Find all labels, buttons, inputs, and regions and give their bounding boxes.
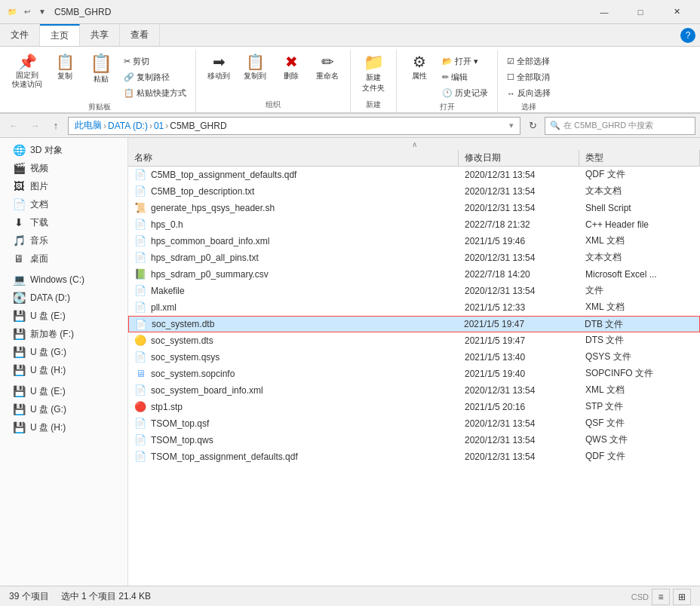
delete-button[interactable]: ✖ 删除 — [275, 53, 308, 83]
tab-share[interactable]: 共享 — [80, 24, 120, 46]
sidebar-item-music[interactable]: 🎵 音乐 — [0, 231, 127, 249]
file-date-cell: 2020/12/31 13:54 — [459, 432, 579, 448]
file-icon: 📄 — [134, 169, 146, 180]
maximize-button[interactable]: □ — [623, 0, 658, 24]
table-row[interactable]: 📄TSOM_top_assignment_defaults.qdf2020/12… — [128, 448, 700, 465]
minimize-button[interactable]: — — [587, 0, 622, 24]
file-icon: 📄 — [134, 384, 146, 396]
table-row[interactable]: 🖥soc_system.sopcinfo2021/1/5 19:40SOPCIN… — [128, 366, 700, 382]
table-row[interactable]: 🔴stp1.stp2021/1/5 20:16STP 文件 — [128, 399, 700, 415]
pin-button[interactable]: 📌 固定到快速访问 — [9, 53, 45, 90]
file-name-cell: 📄TSOM_top.qsf — [128, 415, 459, 431]
sidebar-item-3d[interactable]: 🌐 3D 对象 — [0, 141, 127, 159]
sidebar-item-f[interactable]: 💾 新加卷 (F:) — [0, 325, 127, 343]
breadcrumb-dropdown[interactable]: ▾ — [509, 121, 514, 130]
deselect-all-button[interactable]: ☐ 全部取消 — [504, 70, 554, 84]
sidebar-item-docs[interactable]: 📄 文档 — [0, 195, 127, 213]
sidebar-item-desktop[interactable]: 🖥 桌面 — [0, 249, 127, 268]
file-list-header: 名称 修改日期 类型 — [128, 150, 700, 167]
tab-home[interactable]: 主页 — [40, 24, 80, 46]
sidebar-item-c[interactable]: 💻 Windows (C:) — [0, 271, 127, 289]
open-button[interactable]: 📂 打开 ▾ — [439, 54, 491, 69]
organize-label: 组织 — [266, 98, 281, 112]
search-bar[interactable]: 🔍 在 C5MB_GHRD 中搜索 — [545, 117, 695, 135]
table-row[interactable]: 🟡soc_system.dts2021/1/5 19:47DTS 文件 — [128, 332, 700, 349]
ribbon-help-icon[interactable]: ? — [680, 28, 695, 43]
desktop-icon: 🖥 — [12, 252, 26, 265]
table-row[interactable]: 📄Makefile2020/12/31 13:54文件 — [128, 283, 700, 299]
table-row[interactable]: 📄hps_common_board_info.xml2021/1/5 19:46… — [128, 233, 700, 249]
tab-view[interactable]: 查看 — [120, 24, 160, 46]
sidebar-label-desktop: 桌面 — [30, 252, 48, 265]
forward-button[interactable]: → — [26, 117, 44, 135]
file-name-text: C5MB_top_description.txt — [151, 186, 254, 197]
back-button[interactable]: ← — [5, 117, 23, 135]
sidebar-item-h1[interactable]: 💾 U 盘 (H:) — [0, 361, 127, 379]
rename-button[interactable]: ✏ 重命名 — [311, 53, 344, 83]
table-row[interactable]: 📄soc_system.dtb2021/1/5 19:47DTB 文件 — [128, 316, 700, 332]
sidebar-item-e2[interactable]: 💾 U 盘 (E:) — [0, 382, 127, 400]
move-to-button[interactable]: ➡ 移动到 — [202, 53, 235, 83]
table-row[interactable]: 📄soc_system_board_info.xml2020/12/31 13:… — [128, 382, 700, 399]
paste-shortcut-button[interactable]: 📋 粘贴快捷方式 — [121, 86, 189, 100]
table-row[interactable]: 📄hps_sdram_p0_all_pins.txt2020/12/31 13:… — [128, 249, 700, 266]
file-name-text: hps_common_board_info.xml — [151, 236, 269, 246]
header-name[interactable]: 名称 — [128, 150, 459, 166]
table-row[interactable]: 📗hps_sdram_p0_summary.csv2022/7/18 14:20… — [128, 266, 700, 283]
table-row[interactable]: 📄hps_0.h2022/7/18 21:32C++ Header file — [128, 216, 700, 233]
invert-select-button[interactable]: ↔ 反向选择 — [504, 86, 554, 100]
history-icon: 🕐 — [442, 88, 453, 98]
file-type-cell: DTB 文件 — [579, 317, 699, 332]
sidebar-item-g1[interactable]: 💾 U 盘 (G:) — [0, 343, 127, 361]
up-button[interactable]: ↑ — [47, 117, 65, 135]
header-type[interactable]: 类型 — [579, 150, 700, 166]
table-row[interactable]: 📄C5MB_top_description.txt2020/12/31 13:5… — [128, 183, 700, 200]
table-row[interactable]: 📄TSOM_top.qsf2020/12/31 13:54QSF 文件 — [128, 415, 700, 432]
file-type-cell: Shell Script — [579, 200, 700, 216]
header-date[interactable]: 修改日期 — [459, 150, 579, 166]
select-all-button[interactable]: ☑ 全部选择 — [504, 54, 554, 69]
table-row[interactable]: 📄pll.xml2021/1/5 12:33XML 文档 — [128, 299, 700, 316]
sidebar-item-downloads[interactable]: ⬇ 下载 — [0, 213, 127, 231]
sidebar-item-video[interactable]: 🎬 视频 — [0, 159, 127, 177]
close-button[interactable]: ✕ — [659, 0, 694, 24]
title-bar: 📁 ↩ ▼ C5MB_GHRD — □ ✕ — [0, 0, 700, 24]
copy-button[interactable]: 📋 复制 — [48, 53, 81, 83]
file-date-cell: 2021/1/5 19:40 — [459, 366, 579, 381]
file-name-text: hps_0.h — [151, 219, 183, 230]
sidebar-item-h2[interactable]: 💾 U 盘 (H:) — [0, 418, 127, 436]
sidebar-item-e1[interactable]: 💾 U 盘 (E:) — [0, 307, 127, 325]
deselect-icon: ☐ — [507, 72, 514, 82]
cut-button[interactable]: ✂ 剪切 — [121, 54, 189, 69]
tab-file[interactable]: 文件 — [0, 24, 40, 46]
table-row[interactable]: 📜generate_hps_qsys_header.sh2020/12/31 1… — [128, 200, 700, 216]
paste-button[interactable]: 📋 粘贴 — [84, 53, 118, 86]
table-row[interactable]: 📄TSOM_top.qws2020/12/31 13:54QWS 文件 — [128, 432, 700, 448]
copy-to-button[interactable]: 📋 复制到 — [238, 53, 272, 83]
breadcrumb-folder[interactable]: 01 — [154, 121, 164, 131]
breadcrumb[interactable]: 此电脑 › DATA (D:) › 01 › C5MB_GHRD ▾ — [68, 117, 520, 135]
breadcrumb-drive[interactable]: DATA (D:) — [108, 121, 148, 131]
refresh-button[interactable]: ↻ — [523, 117, 542, 135]
table-row[interactable]: 📄C5MB_top_assignment_defaults.qdf2020/12… — [128, 167, 700, 183]
copy-path-button[interactable]: 🔗 复制路径 — [121, 70, 189, 84]
g1-drive-icon: 💾 — [12, 346, 26, 358]
sidebar-item-d[interactable]: 💽 DATA (D:) — [0, 289, 127, 307]
ribbon-tabs: 文件 主页 共享 查看 ? — [0, 24, 700, 47]
status-bar: 39 个项目 选中 1 个项目 21.4 KB CSD ≡ ⊞ — [0, 586, 700, 606]
properties-button[interactable]: ⚙ 属性 — [403, 53, 436, 83]
select-label: 选择 — [521, 100, 536, 115]
sidebar-item-g2[interactable]: 💾 U 盘 (G:) — [0, 400, 127, 418]
file-type-cell: QSF 文件 — [579, 415, 700, 431]
file-date-cell: 2021/1/5 13:40 — [459, 349, 579, 365]
new-folder-button[interactable]: 📁 新建文件夹 — [357, 53, 390, 95]
downloads-icon: ⬇ — [12, 216, 26, 228]
edit-button[interactable]: ✏ 编辑 — [439, 70, 491, 84]
sidebar-item-pictures[interactable]: 🖼 图片 — [0, 177, 127, 195]
file-name-text: soc_system.sopcinfo — [151, 369, 235, 379]
breadcrumb-computer[interactable]: 此电脑 — [75, 119, 102, 132]
grid-view-button[interactable]: ⊞ — [673, 589, 691, 605]
history-button[interactable]: 🕐 历史记录 — [439, 86, 491, 100]
list-view-button[interactable]: ≡ — [652, 589, 670, 605]
table-row[interactable]: 📄soc_system.qsys2021/1/5 13:40QSYS 文件 — [128, 349, 700, 366]
